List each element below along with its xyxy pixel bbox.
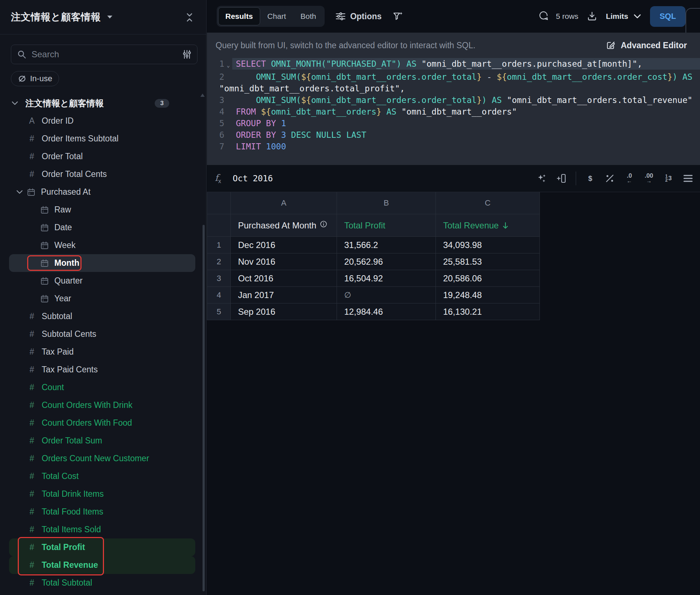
search-input[interactable] — [32, 49, 183, 59]
field-item-total-items-sold[interactable]: #Total Items Sold — [9, 521, 195, 538]
ai-chat-icon[interactable] — [538, 11, 549, 22]
field-item-order-total-sum[interactable]: #Order Total Sum — [9, 432, 195, 450]
limits-chevron-down-icon[interactable] — [633, 14, 641, 19]
field-item-order-items-subtotal[interactable]: #Order Items Subtotal — [9, 130, 195, 148]
fold-chevron-icon — [224, 129, 232, 131]
field-item-purchased-at[interactable]: Purchased At — [9, 183, 195, 201]
cell-a2[interactable]: Nov 2016 — [231, 253, 337, 270]
formula-bar-value[interactable]: Oct 2016 — [233, 174, 273, 183]
field-item-order-total-cents[interactable]: #Order Total Cents — [9, 165, 195, 183]
cell-a3[interactable]: Oct 2016 — [231, 270, 337, 287]
row-number-2[interactable]: 2 — [207, 253, 231, 270]
sparkles-icon[interactable] — [537, 172, 547, 185]
field-item-total-cost[interactable]: #Total Cost — [9, 467, 195, 485]
cell-c4[interactable]: 19,248.48 — [436, 287, 540, 303]
field-item-total-drink-items[interactable]: #Total Drink Items — [9, 485, 195, 503]
field-header-total-revenue[interactable]: Total Revenue — [436, 214, 540, 237]
column-letter-c[interactable]: C — [436, 192, 540, 214]
field-item-week[interactable]: Week — [9, 236, 195, 254]
row-number-1[interactable]: 1 — [207, 237, 231, 253]
row-number-3[interactable]: 3 — [207, 270, 231, 287]
field-header-purchased-at-month[interactable]: Purchased At Month — [231, 214, 337, 237]
tab-chart[interactable]: Chart — [260, 7, 293, 25]
sidebar-scrollbar[interactable] — [203, 225, 205, 591]
field-item-order-total[interactable]: #Order Total — [9, 148, 195, 165]
field-header-total-profit[interactable]: Total Profit — [337, 214, 436, 237]
field-item-date[interactable]: Date — [9, 219, 195, 236]
tab-both[interactable]: Both — [293, 7, 323, 25]
field-group-header[interactable]: 注文情報と顧客情報3 — [9, 94, 195, 112]
field-item-total-subtotal[interactable]: #Total Subtotal — [9, 574, 195, 592]
info-icon[interactable] — [320, 220, 327, 228]
options-button[interactable]: Options — [336, 12, 382, 21]
fold-chevron-icon[interactable]: ⌄ — [224, 58, 232, 71]
filter-sparkle-icon[interactable] — [392, 11, 403, 22]
field-item-order-id[interactable]: AOrder ID — [9, 112, 195, 130]
collapse-sidebar-icon[interactable] — [183, 11, 196, 24]
scroll-up-arrow-icon[interactable] — [200, 94, 205, 97]
field-item-raw[interactable]: Raw — [9, 201, 195, 219]
field-chevron-down-icon[interactable] — [16, 190, 24, 194]
field-item-tax-paid[interactable]: #Tax Paid — [9, 343, 195, 361]
field-item-total-revenue[interactable]: #Total Revenue — [9, 556, 195, 574]
grid-corner-cell[interactable] — [207, 192, 231, 214]
cell-c5[interactable]: 16,130.21 — [436, 303, 540, 320]
row-menu-icon[interactable] — [683, 172, 693, 185]
cell-a4[interactable]: Jan 2017 — [231, 287, 337, 303]
row-number-5[interactable]: 5 — [207, 303, 231, 320]
field-label: Quarter — [54, 276, 83, 286]
cell-c1[interactable]: 34,093.98 — [436, 237, 540, 253]
cell-c3[interactable]: 20,586.06 — [436, 270, 540, 287]
cell-b1[interactable]: 31,566.2 — [337, 237, 436, 253]
cell-b2[interactable]: 20,562.96 — [337, 253, 436, 270]
column-letter-b[interactable]: B — [337, 192, 436, 214]
percent-format-icon[interactable] — [604, 172, 615, 185]
search-filter-sliders-icon[interactable] — [183, 49, 191, 59]
cell-a5[interactable]: Sep 2016 — [231, 303, 337, 320]
cell-b3[interactable]: 16,504.92 — [337, 270, 436, 287]
in-use-label: In-use — [30, 74, 52, 83]
sql-line-3: 3 OMNI_SUM(${omni_dbt_mart__orders.order… — [207, 94, 700, 106]
options-sliders-icon — [336, 12, 346, 21]
cell-a1[interactable]: Dec 2016 — [231, 237, 337, 253]
dataset-caret-down-icon[interactable] — [107, 15, 113, 19]
field-item-month[interactable]: Month — [9, 254, 195, 272]
in-use-filter-chip[interactable]: In-use — [11, 71, 59, 86]
limits-label[interactable]: Limits — [606, 12, 628, 21]
row-number-4[interactable]: 4 — [207, 287, 231, 303]
increase-decimal-icon[interactable]: .00→ — [643, 172, 654, 185]
field-item-total-profit[interactable]: #Total Profit — [9, 538, 195, 556]
field-item-quarter[interactable]: Quarter — [9, 272, 195, 290]
field-label: Total Revenue — [42, 560, 98, 570]
search-box[interactable] — [11, 45, 197, 64]
download-icon[interactable] — [587, 11, 597, 21]
dataset-title[interactable]: 注文情報と顧客情報 — [11, 11, 101, 24]
fold-chevron-icon — [224, 141, 232, 142]
cell-b4[interactable]: ∅ — [337, 287, 436, 303]
field-item-total-food-items[interactable]: #Total Food Items — [9, 503, 195, 521]
field-item-count-orders-with-drink[interactable]: #Count Orders With Drink — [9, 396, 195, 414]
sort-desc-icon[interactable] — [502, 222, 509, 229]
sql-button[interactable]: SQL — [650, 6, 686, 27]
field-item-count[interactable]: #Count — [9, 379, 195, 396]
results-toolbar: ResultsChartBoth Options — [207, 0, 700, 33]
field-item-count-orders-with-food[interactable]: #Count Orders With Food — [9, 414, 195, 432]
cell-c2[interactable]: 25,581.53 — [436, 253, 540, 270]
sql-code-editor[interactable]: 1⌄SELECT OMNI_MONTH("PURCHASED_AT") AS "… — [207, 58, 700, 156]
calendar-icon — [26, 188, 36, 197]
field-item-orders-count-new-customer[interactable]: #Orders Count New Customer — [9, 450, 195, 467]
column-letter-a[interactable]: A — [231, 192, 337, 214]
group-chevron-down-icon[interactable] — [11, 101, 19, 106]
field-item-tax-paid-cents[interactable]: #Tax Paid Cents — [9, 361, 195, 379]
number-format-icon[interactable]: 123 — [663, 172, 674, 185]
field-item-subtotal[interactable]: #Subtotal — [9, 307, 195, 325]
advanced-editor-button[interactable]: Advanced Editor — [606, 41, 687, 50]
field-item-subtotal-cents[interactable]: #Subtotal Cents — [9, 325, 195, 343]
add-field-icon[interactable] — [556, 172, 567, 185]
decrease-decimal-icon[interactable]: .0← — [624, 172, 635, 185]
currency-format-icon[interactable]: $ — [585, 172, 596, 185]
tab-results[interactable]: Results — [218, 7, 260, 25]
advanced-editor-label: Advanced Editor — [621, 41, 687, 50]
cell-b5[interactable]: 12,984.46 — [337, 303, 436, 320]
field-item-year[interactable]: Year — [9, 290, 195, 307]
